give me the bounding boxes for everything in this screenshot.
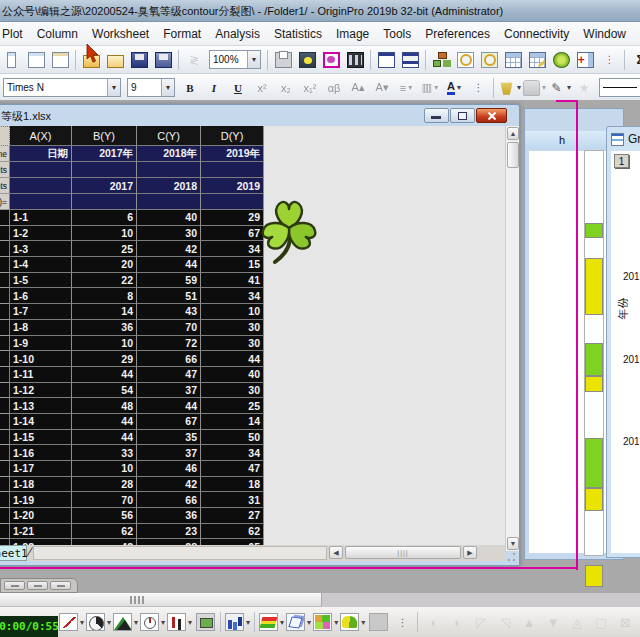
- tool-down-icon[interactable]: ▼: [542, 611, 564, 633]
- dropdown-arrow-icon[interactable]: ▾: [80, 618, 84, 627]
- row-number[interactable]: 14: [0, 414, 10, 430]
- table-cell[interactable]: 48: [72, 398, 137, 414]
- table-cell[interactable]: 1-5: [10, 273, 72, 289]
- table-cell[interactable]: 1-18: [10, 477, 72, 493]
- menu-analysis[interactable]: Analysis: [208, 24, 267, 44]
- row-number[interactable]: 18: [0, 477, 10, 493]
- table-cell[interactable]: 37: [137, 383, 201, 399]
- table-cell[interactable]: 1-8: [10, 320, 72, 336]
- print-icon[interactable]: [272, 49, 294, 71]
- table-cell[interactable]: 1-7: [10, 304, 72, 320]
- italic-button[interactable]: I: [203, 77, 225, 99]
- toolbar-overflow-icon[interactable]: ⋮: [598, 49, 620, 71]
- tool-up-icon[interactable]: ▲: [518, 611, 540, 633]
- save-template-icon[interactable]: [152, 49, 174, 71]
- dropdown-arrow-icon[interactable]: ▾: [517, 83, 521, 92]
- table-cell[interactable]: 1-15: [10, 430, 72, 446]
- plot-blank-icon[interactable]: [367, 611, 389, 633]
- table-cell[interactable]: 27: [201, 508, 264, 524]
- new-layout-icon[interactable]: [399, 49, 421, 71]
- underline-button[interactable]: U: [227, 77, 249, 99]
- row-number[interactable]: 3: [0, 241, 10, 257]
- scroll-right-icon[interactable]: ▶: [463, 546, 477, 559]
- add-column-icon[interactable]: [574, 49, 596, 71]
- min-restore-icon[interactable]: [4, 581, 25, 590]
- worksheet-window[interactable]: 等级1.xlsx A(X)B(Y)C(Y)D(Y)Long Name日期2017…: [0, 104, 520, 566]
- row-number[interactable]: 12: [0, 383, 10, 399]
- table-cell[interactable]: 41: [201, 273, 264, 289]
- table-cell[interactable]: 30: [201, 336, 264, 352]
- table-cell[interactable]: 30: [201, 383, 264, 399]
- table-cell[interactable]: 1-9: [10, 336, 72, 352]
- table-cell[interactable]: 47: [137, 367, 201, 383]
- hscroll-thumb[interactable]: ||||: [345, 546, 461, 559]
- tool-hand2-icon[interactable]: ◗: [446, 611, 468, 633]
- table-cell[interactable]: 14: [201, 414, 264, 430]
- resize-grip[interactable]: [504, 551, 517, 564]
- table-cell[interactable]: 31: [201, 492, 264, 508]
- plot-3d-colormap-icon[interactable]: ▾: [340, 611, 365, 633]
- find-in-project-icon[interactable]: [454, 49, 476, 71]
- table-cell[interactable]: 1-19: [10, 492, 72, 508]
- table-cell[interactable]: 10: [72, 461, 137, 477]
- plot-area-icon[interactable]: ▾: [113, 611, 138, 633]
- subsuperscript-icon[interactable]: x₁²: [299, 77, 321, 99]
- row-number[interactable]: 5: [0, 273, 10, 289]
- menu-preferences[interactable]: Preferences: [418, 24, 497, 44]
- dropdown-arrow-icon[interactable]: ▾: [457, 83, 461, 92]
- table-cell[interactable]: 70: [72, 492, 137, 508]
- sheet-tab[interactable]: Sheet1: [0, 545, 27, 561]
- plot-template-icon[interactable]: [194, 611, 216, 633]
- table-cell[interactable]: 10: [72, 336, 137, 352]
- table-cell[interactable]: 67: [137, 414, 201, 430]
- row-number[interactable]: 9: [0, 336, 10, 352]
- table-cell[interactable]: 47: [201, 461, 264, 477]
- table-cell[interactable]: 59: [137, 273, 201, 289]
- table-cell[interactable]: 1-1: [10, 210, 72, 226]
- table-cell[interactable]: 37: [137, 445, 201, 461]
- table-cell[interactable]: 66: [137, 351, 201, 367]
- table-cell[interactable]: 1-4: [10, 257, 72, 273]
- row-number[interactable]: 11: [0, 367, 10, 383]
- mdi-hscrollbar[interactable]: [0, 593, 640, 607]
- merge-cells-icon[interactable]: ▥▾: [419, 77, 441, 99]
- table-cell[interactable]: 2017: [72, 178, 137, 194]
- table-cell[interactable]: 1-13: [10, 398, 72, 414]
- new-function-icon[interactable]: [49, 49, 71, 71]
- table-cell[interactable]: 33: [72, 445, 137, 461]
- table-cell[interactable]: [10, 178, 72, 194]
- table-cell[interactable]: 25: [201, 398, 264, 414]
- close-button[interactable]: [476, 108, 507, 123]
- minimized-window-buttons[interactable]: [0, 578, 78, 593]
- table-cell[interactable]: 35: [137, 430, 201, 446]
- scroll-left-icon[interactable]: ◀: [329, 546, 343, 559]
- row-header-units[interactable]: Units: [0, 162, 10, 178]
- minimize-button[interactable]: [424, 108, 449, 123]
- row-header-fx[interactable]: F(x)=: [0, 194, 10, 210]
- table-cell[interactable]: 30: [137, 226, 201, 242]
- table-cell[interactable]: [72, 194, 137, 210]
- row-number[interactable]: 10: [0, 351, 10, 367]
- row-number[interactable]: 1: [0, 210, 10, 226]
- font-size-combo[interactable]: 9▾: [127, 78, 175, 97]
- table-cell[interactable]: 18: [201, 477, 264, 493]
- new-matrix-icon[interactable]: [550, 49, 572, 71]
- dropdown-arrow-icon[interactable]: ▾: [246, 618, 250, 627]
- table-cell[interactable]: 36: [72, 320, 137, 336]
- tool-page-icon[interactable]: ▢: [590, 611, 612, 633]
- statistics-on-column-icon[interactable]: Σ: [629, 49, 640, 71]
- table-cell[interactable]: 50: [201, 430, 264, 446]
- plot-3d-bars-icon[interactable]: ▾: [225, 611, 250, 633]
- table-cell[interactable]: C(Y): [137, 126, 201, 146]
- table-cell[interactable]: 8: [72, 288, 137, 304]
- worksheet-vscrollbar[interactable]: ▲ ▼: [505, 126, 519, 551]
- toolbar-overflow-icon[interactable]: ⋮: [467, 77, 489, 99]
- menu-window[interactable]: Window: [576, 24, 633, 44]
- table-cell[interactable]: 42: [137, 241, 201, 257]
- vscroll-thumb[interactable]: [507, 142, 519, 168]
- table-cell[interactable]: [201, 162, 264, 178]
- new-graph-icon[interactable]: [375, 49, 397, 71]
- table-cell[interactable]: A(X): [10, 126, 72, 146]
- min-close-icon[interactable]: [50, 581, 71, 590]
- subscript-icon[interactable]: x₂: [275, 77, 297, 99]
